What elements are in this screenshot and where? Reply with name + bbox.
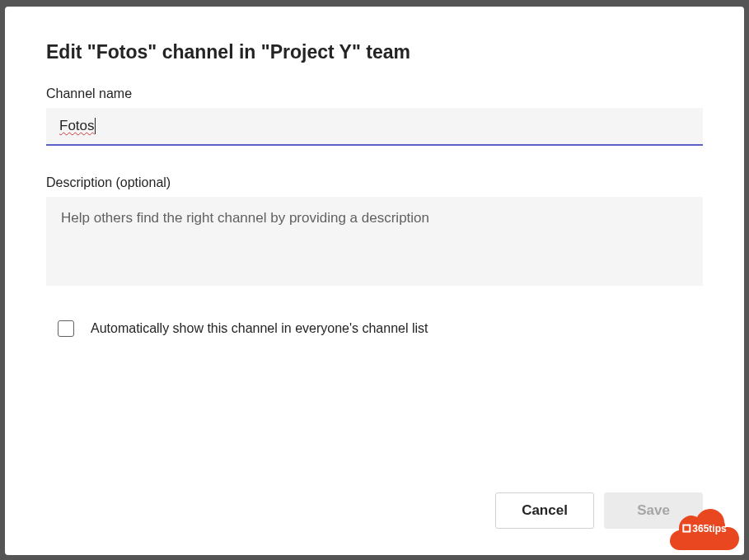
channel-name-input-wrap: Fotos [46, 108, 703, 146]
channel-name-label: Channel name [46, 86, 703, 101]
auto-show-row: Automatically show this channel in every… [46, 320, 703, 337]
dialog-title: Edit "Fotos" channel in "Project Y" team [46, 41, 703, 63]
edit-channel-dialog: Edit "Fotos" channel in "Project Y" team… [5, 7, 744, 555]
channel-name-input[interactable] [46, 108, 703, 146]
description-label: Description (optional) [46, 175, 703, 190]
cancel-button[interactable]: Cancel [495, 492, 594, 529]
dialog-footer: Cancel Save [46, 492, 703, 529]
office-icon [682, 525, 690, 533]
description-wrap: Description (optional) [46, 175, 703, 289]
auto-show-checkbox[interactable] [58, 320, 74, 337]
auto-show-label: Automatically show this channel in every… [91, 321, 428, 336]
watermark-text: 365tips [682, 523, 726, 534]
description-input[interactable] [46, 197, 703, 286]
watermark-badge: 365tips [670, 506, 739, 550]
